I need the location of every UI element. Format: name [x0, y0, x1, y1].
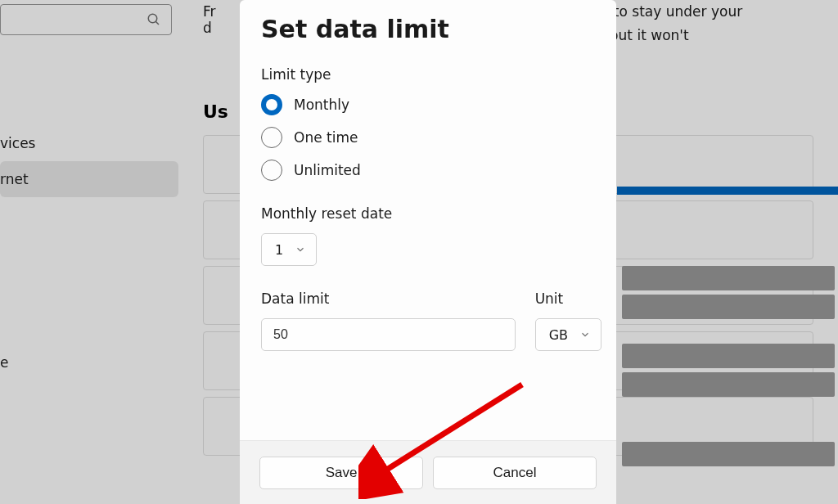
usage-progress-bar [617, 187, 838, 195]
placeholder-block [622, 442, 835, 466]
radio-label: Unlimited [294, 162, 361, 178]
dropdown-value: 1 [275, 242, 283, 258]
save-button[interactable]: Save [259, 457, 423, 489]
dialog-footer: Save Cancel [240, 440, 616, 504]
reset-date-dropdown[interactable]: 1 [261, 233, 317, 266]
sidebar-item-label: e [0, 354, 8, 371]
sidebar-item-devices[interactable]: vices [0, 125, 178, 161]
cancel-button[interactable]: Cancel [433, 457, 597, 489]
sidebar-item-label: vices [0, 135, 35, 151]
radio-icon [261, 94, 282, 115]
placeholder-block [622, 372, 835, 397]
radio-icon [261, 160, 282, 181]
radio-one-time[interactable]: One time [261, 127, 601, 148]
radio-label: Monthly [294, 97, 349, 113]
radio-monthly[interactable]: Monthly [261, 94, 601, 115]
sidebar-item-label: rnet [0, 171, 29, 187]
description-fragment: d [203, 20, 212, 36]
dropdown-value: GB [549, 327, 568, 343]
radio-icon [261, 127, 282, 148]
chevron-down-icon [295, 244, 306, 255]
unit-dropdown[interactable]: GB [535, 318, 601, 351]
dialog-title: Set data limit [261, 15, 601, 43]
svg-line-1 [155, 21, 159, 25]
data-limit-input[interactable] [261, 318, 516, 351]
unit-label: Unit [535, 290, 601, 307]
hint-text-fragment: e to stay under your , but it won't [601, 0, 813, 47]
search-icon [146, 12, 161, 27]
data-limit-label: Data limit [261, 290, 516, 307]
svg-point-0 [148, 14, 157, 23]
sidebar-nav: vices rnet e [0, 125, 178, 380]
sidebar-item-storage[interactable]: e [0, 344, 178, 380]
placeholder-block [622, 344, 835, 368]
reset-date-label: Monthly reset date [261, 205, 601, 222]
limit-type-radio-group: Monthly One time Unlimited [261, 94, 601, 181]
limit-type-label: Limit type [261, 66, 601, 83]
description-fragment: Fr [203, 3, 216, 20]
set-data-limit-dialog: Set data limit Limit type Monthly One ti… [240, 0, 616, 504]
search-input[interactable] [0, 4, 172, 35]
sidebar-item-network-internet[interactable]: rnet [0, 161, 178, 197]
chevron-down-icon [579, 329, 591, 340]
placeholder-block [622, 266, 835, 290]
sidebar: vices rnet e [0, 0, 178, 504]
radio-unlimited[interactable]: Unlimited [261, 160, 601, 181]
radio-label: One time [294, 129, 358, 146]
placeholder-block [622, 295, 835, 319]
